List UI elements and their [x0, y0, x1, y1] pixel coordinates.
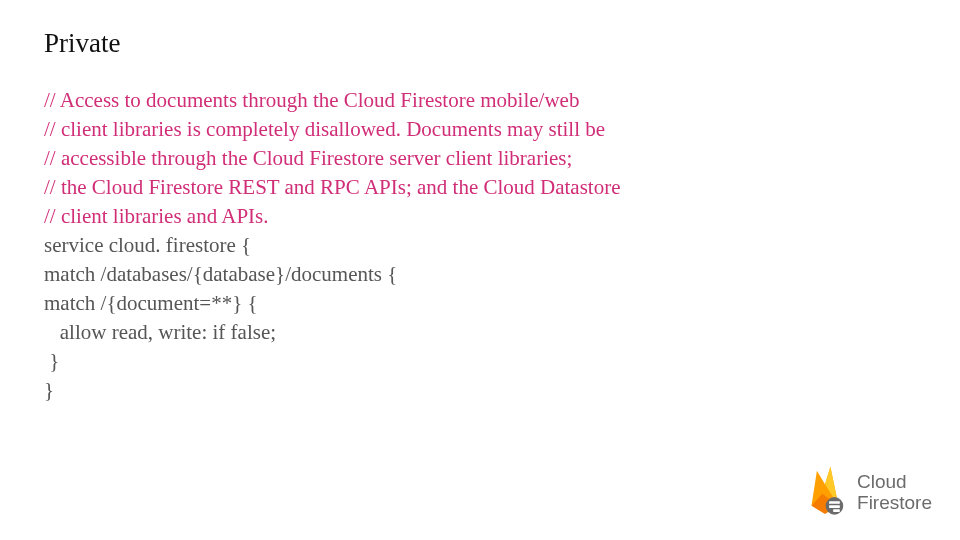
- code-line: allow read, write: if false;: [44, 320, 276, 344]
- code-line: service cloud. firestore {: [44, 233, 251, 257]
- comment-line: // client libraries is completely disall…: [44, 117, 605, 141]
- slide-title: Private: [44, 28, 120, 59]
- firestore-logo-text: Cloud Firestore: [857, 472, 932, 514]
- firestore-flame-icon: [803, 464, 847, 522]
- comment-line: // client libraries and APIs.: [44, 204, 269, 228]
- code-block: // Access to documents through the Cloud…: [44, 86, 914, 405]
- firestore-logo: Cloud Firestore: [803, 464, 932, 522]
- logo-line-1: Cloud: [857, 472, 932, 493]
- svg-rect-1: [829, 501, 840, 504]
- comment-line: // the Cloud Firestore REST and RPC APIs…: [44, 175, 621, 199]
- code-line: }: [44, 378, 54, 402]
- slide: Private // Access to documents through t…: [0, 0, 960, 540]
- code-line: }: [44, 349, 59, 373]
- logo-line-2: Firestore: [857, 493, 932, 514]
- svg-rect-2: [829, 505, 840, 508]
- comment-line: // Access to documents through the Cloud…: [44, 88, 579, 112]
- comment-line: // accessible through the Cloud Firestor…: [44, 146, 572, 170]
- code-line: match /databases/{database}/documents {: [44, 262, 397, 286]
- code-line: match /{document=**} {: [44, 291, 258, 315]
- svg-rect-3: [833, 509, 840, 512]
